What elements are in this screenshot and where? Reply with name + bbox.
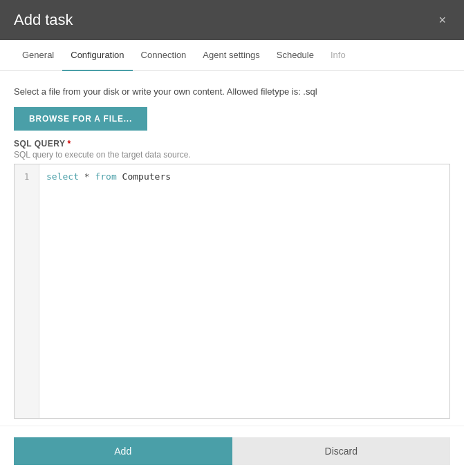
code-content[interactable]: select * from Computers: [39, 164, 449, 419]
tab-schedule[interactable]: Schedule: [268, 40, 322, 71]
sql-query-hint: SQL query to execute on the target data …: [14, 150, 450, 160]
tab-agent-settings[interactable]: Agent settings: [194, 40, 268, 71]
tab-connection[interactable]: Connection: [133, 40, 195, 71]
browse-file-button[interactable]: BROWSE FOR A FILE...: [14, 107, 147, 131]
sql-code-editor[interactable]: 1 select * from Computers: [14, 164, 450, 419]
tab-bar: General Configuration Connection Agent s…: [0, 40, 464, 71]
close-button[interactable]: ×: [434, 12, 450, 28]
tab-info[interactable]: Info: [322, 40, 354, 71]
code-keyword-from: from: [95, 171, 116, 182]
code-table-name: Computers: [117, 171, 171, 182]
code-keyword-select: select: [46, 171, 79, 182]
description-text: Select a file from your disk or write yo…: [14, 85, 450, 99]
dialog-header: Add task ×: [0, 0, 464, 40]
tab-configuration[interactable]: Configuration: [62, 40, 132, 71]
required-indicator: *: [68, 139, 71, 149]
add-task-dialog: Add task × General Configuration Connect…: [0, 0, 464, 476]
dialog-footer: Add Discard: [0, 426, 464, 476]
dialog-title: Add task: [14, 11, 73, 29]
add-button[interactable]: Add: [14, 437, 232, 465]
line-number-1: 1: [15, 170, 39, 184]
discard-button[interactable]: Discard: [232, 437, 451, 465]
tab-general[interactable]: General: [14, 40, 62, 71]
code-operator: *: [79, 171, 95, 182]
sql-field-section: SQL QUERY* SQL query to execute on the t…: [14, 139, 450, 419]
sql-query-label: SQL QUERY*: [14, 139, 450, 149]
line-numbers: 1: [15, 164, 39, 419]
dialog-body: Select a file from your disk or write yo…: [0, 71, 464, 426]
